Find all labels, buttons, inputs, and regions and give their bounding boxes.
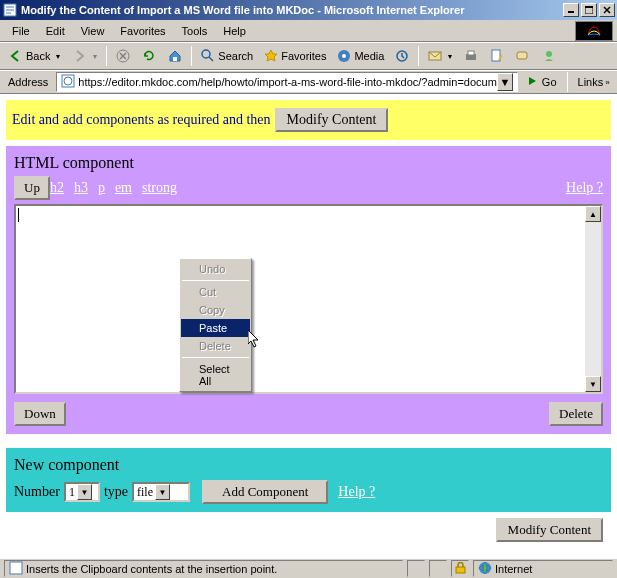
context-copy[interactable]: Copy bbox=[181, 301, 250, 319]
history-icon bbox=[394, 48, 410, 64]
window-titlebar: Modify the Content of Import a MS Word f… bbox=[0, 0, 617, 20]
go-button[interactable]: Go bbox=[522, 72, 561, 92]
context-menu: Undo Cut Copy Paste Delete Select All bbox=[179, 258, 252, 392]
new-component-title: New component bbox=[14, 456, 603, 474]
help-link[interactable]: Help ? bbox=[338, 484, 375, 500]
up-button[interactable]: Up bbox=[14, 176, 50, 200]
svg-rect-10 bbox=[173, 57, 177, 61]
context-cut[interactable]: Cut bbox=[181, 283, 250, 301]
help-link[interactable]: Help ? bbox=[566, 180, 603, 196]
back-arrow-icon bbox=[8, 48, 24, 64]
type-select[interactable]: file ▼ bbox=[132, 482, 190, 502]
page-content: Edit and add components as required and … bbox=[0, 94, 617, 578]
search-button[interactable]: Search bbox=[196, 45, 257, 67]
go-label: Go bbox=[542, 76, 557, 88]
media-button[interactable]: Media bbox=[332, 45, 388, 67]
dropdown-icon: ▼ bbox=[155, 484, 170, 500]
text-caret bbox=[18, 208, 19, 222]
address-url: https://editor.mkdoc.com/help/howto/impo… bbox=[78, 76, 496, 88]
messenger-button[interactable] bbox=[537, 45, 561, 67]
modify-content-button[interactable]: Modify Content bbox=[275, 108, 389, 132]
media-label: Media bbox=[354, 50, 384, 62]
mail-button[interactable]: ▼ bbox=[423, 45, 457, 67]
page-icon bbox=[61, 74, 75, 90]
tag-p-link[interactable]: p bbox=[98, 180, 105, 196]
context-delete[interactable]: Delete bbox=[181, 337, 250, 355]
security-zone-pane: Internet bbox=[473, 560, 613, 577]
minimize-button[interactable] bbox=[563, 3, 579, 17]
tag-em-link[interactable]: em bbox=[115, 180, 132, 196]
menu-file[interactable]: File bbox=[4, 23, 38, 39]
search-icon bbox=[200, 48, 216, 64]
links-label[interactable]: Links» bbox=[574, 76, 614, 88]
add-component-button[interactable]: Add Component bbox=[202, 480, 328, 504]
tag-links: h2 h3 p em strong bbox=[50, 180, 177, 196]
type-value: file bbox=[137, 485, 153, 500]
mail-icon bbox=[427, 48, 443, 64]
toolbar-separator bbox=[567, 72, 568, 92]
edit-icon bbox=[489, 48, 505, 64]
context-paste[interactable]: Paste bbox=[181, 319, 250, 337]
status-pane bbox=[407, 560, 425, 577]
svg-rect-18 bbox=[468, 51, 474, 55]
tag-strong-link[interactable]: strong bbox=[142, 180, 177, 196]
favorites-label: Favorites bbox=[281, 50, 326, 62]
ssl-lock-pane bbox=[451, 560, 469, 577]
delete-button[interactable]: Delete bbox=[549, 402, 603, 426]
close-button[interactable] bbox=[599, 3, 615, 17]
context-select-all[interactable]: Select All bbox=[181, 360, 250, 390]
menu-view[interactable]: View bbox=[73, 23, 113, 39]
html-component-section: HTML component Up h2 h3 p em strong Help… bbox=[6, 146, 611, 434]
history-button[interactable] bbox=[390, 45, 414, 67]
maximize-button[interactable] bbox=[581, 3, 597, 17]
context-undo[interactable]: Undo bbox=[181, 260, 250, 278]
html-textarea[interactable]: ▲ ▼ bbox=[14, 204, 603, 394]
scroll-up-button[interactable]: ▲ bbox=[585, 206, 601, 222]
modify-content-bottom-button[interactable]: Modify Content bbox=[496, 518, 603, 542]
zone-label: Internet bbox=[495, 563, 532, 575]
menu-edit[interactable]: Edit bbox=[38, 23, 73, 39]
svg-point-14 bbox=[342, 54, 346, 58]
menu-favorites[interactable]: Favorites bbox=[112, 23, 173, 39]
svg-rect-20 bbox=[517, 52, 527, 59]
discuss-icon bbox=[515, 48, 531, 64]
print-button[interactable] bbox=[459, 45, 483, 67]
edit-button[interactable] bbox=[485, 45, 509, 67]
status-text-pane: Inserts the Clipboard contents at the in… bbox=[4, 560, 403, 577]
discuss-button[interactable] bbox=[511, 45, 535, 67]
favorites-button[interactable]: Favorites bbox=[259, 45, 330, 67]
vertical-scrollbar[interactable]: ▲ ▼ bbox=[585, 206, 601, 392]
number-value: 1 bbox=[69, 485, 75, 500]
media-icon bbox=[336, 48, 352, 64]
html-component-title: HTML component bbox=[14, 154, 134, 172]
menu-tools[interactable]: Tools bbox=[174, 23, 216, 39]
refresh-button[interactable] bbox=[137, 45, 161, 67]
down-button[interactable]: Down bbox=[14, 402, 66, 426]
back-button[interactable]: Back ▼ bbox=[4, 45, 65, 67]
context-separator bbox=[182, 280, 249, 281]
statusbar: Inserts the Clipboard contents at the in… bbox=[0, 558, 617, 578]
scroll-down-button[interactable]: ▼ bbox=[585, 376, 601, 392]
forward-dropdown-icon: ▼ bbox=[91, 53, 98, 60]
menu-help[interactable]: Help bbox=[215, 23, 254, 39]
menubar: File Edit View Favorites Tools Help bbox=[0, 20, 617, 42]
stop-button[interactable] bbox=[111, 45, 135, 67]
ie-throbber-icon bbox=[575, 21, 613, 41]
scroll-track[interactable] bbox=[585, 222, 601, 376]
ie-page-icon bbox=[2, 2, 18, 18]
internet-zone-icon bbox=[478, 561, 492, 577]
tag-h2-link[interactable]: h2 bbox=[50, 180, 64, 196]
stop-icon bbox=[115, 48, 131, 64]
favorites-icon bbox=[263, 48, 279, 64]
svg-point-21 bbox=[546, 51, 552, 57]
svg-line-12 bbox=[209, 57, 213, 61]
tag-h3-link[interactable]: h3 bbox=[74, 180, 88, 196]
address-dropdown-icon[interactable]: ▼ bbox=[497, 73, 513, 91]
address-input[interactable]: https://editor.mkdoc.com/help/howto/impo… bbox=[56, 72, 517, 92]
forward-button[interactable]: ▼ bbox=[67, 45, 102, 67]
number-select[interactable]: 1 ▼ bbox=[64, 482, 100, 502]
refresh-icon bbox=[141, 48, 157, 64]
messenger-icon bbox=[541, 48, 557, 64]
context-separator bbox=[182, 357, 249, 358]
home-button[interactable] bbox=[163, 45, 187, 67]
